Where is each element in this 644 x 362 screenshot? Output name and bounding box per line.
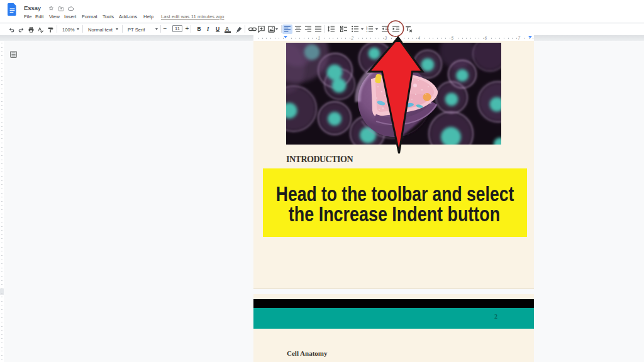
svg-text:3: 3 [366,30,368,33]
